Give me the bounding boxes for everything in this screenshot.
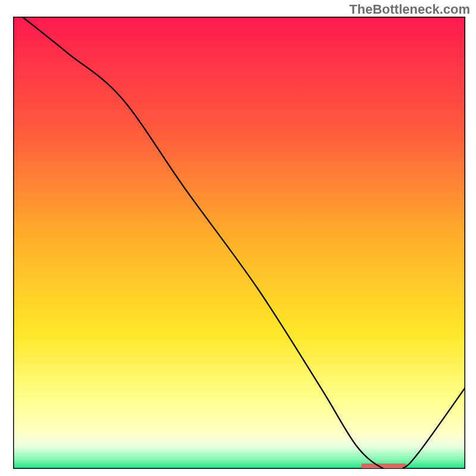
chart-background — [13, 17, 465, 469]
chart-svg — [13, 17, 465, 469]
watermark-text: TheBottleneck.com — [349, 2, 470, 17]
chart-area — [13, 17, 465, 469]
optimal-marker-band — [361, 464, 406, 468]
